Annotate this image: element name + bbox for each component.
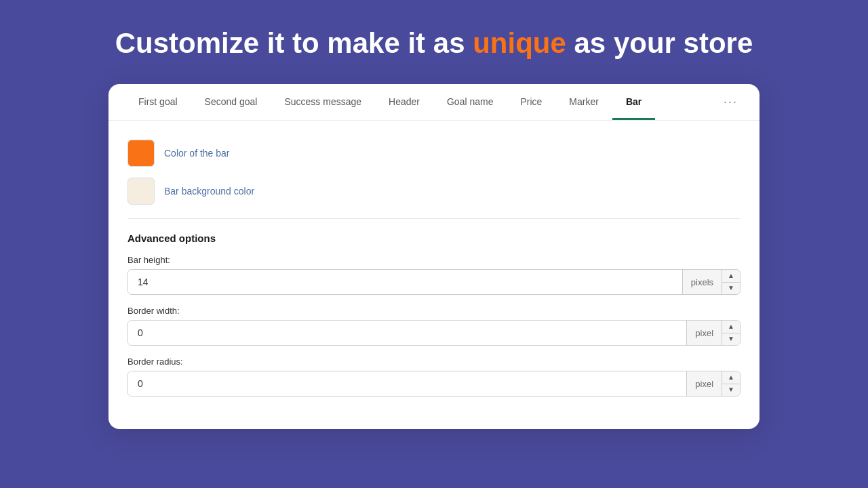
- tab-success-message[interactable]: Success message: [271, 84, 375, 120]
- tab-bar[interactable]: Bar: [612, 84, 655, 120]
- tab-price[interactable]: Price: [507, 84, 555, 120]
- bar-color-row: Color of the bar: [127, 140, 741, 167]
- border-width-unit: pixel: [686, 321, 722, 345]
- tab-second-goal[interactable]: Second goal: [191, 84, 271, 120]
- page-headline: Customize it to make it as unique as you…: [41, 27, 827, 60]
- card-body: Color of the bar Bar background color Ad…: [108, 121, 760, 429]
- border-radius-input[interactable]: [128, 371, 686, 396]
- border-width-increment[interactable]: ▲: [722, 321, 740, 333]
- bar-color-swatch[interactable]: [127, 140, 155, 167]
- tab-more-button[interactable]: ···: [718, 84, 743, 120]
- border-width-decrement[interactable]: ▼: [722, 333, 740, 346]
- bar-height-unit: pixels: [682, 270, 722, 294]
- section-divider: [127, 218, 741, 219]
- tab-bar: First goal Second goal Success message H…: [108, 84, 760, 121]
- headline-prefix: Customize it to make it as: [115, 27, 473, 59]
- bar-color-label[interactable]: Color of the bar: [164, 148, 230, 159]
- border-radius-input-group: pixel ▲ ▼: [127, 371, 741, 396]
- border-width-label: Border width:: [127, 306, 741, 316]
- settings-card: First goal Second goal Success message H…: [108, 84, 760, 429]
- tab-first-goal[interactable]: First goal: [125, 84, 191, 120]
- tab-goal-name[interactable]: Goal name: [433, 84, 507, 120]
- border-radius-unit: pixel: [686, 371, 722, 396]
- bar-height-increment[interactable]: ▲: [722, 270, 740, 283]
- bar-height-label: Bar height:: [127, 255, 741, 265]
- border-radius-label: Border radius:: [127, 357, 741, 367]
- advanced-options-title: Advanced options: [127, 232, 741, 244]
- border-radius-spinner: ▲ ▼: [722, 371, 740, 396]
- border-radius-decrement[interactable]: ▼: [722, 384, 740, 396]
- border-width-spinner: ▲ ▼: [722, 321, 740, 345]
- border-radius-increment[interactable]: ▲: [722, 371, 740, 384]
- headline-highlight: unique: [473, 27, 566, 59]
- bar-height-input-group: pixels ▲ ▼: [127, 269, 741, 295]
- headline-suffix: as your store: [566, 27, 753, 59]
- bar-bg-color-label[interactable]: Bar background color: [164, 186, 254, 197]
- border-width-input[interactable]: [128, 321, 686, 345]
- border-width-input-group: pixel ▲ ▼: [127, 320, 741, 346]
- bar-bg-color-swatch[interactable]: [127, 178, 155, 205]
- bar-height-spinner: ▲ ▼: [722, 270, 740, 294]
- tab-marker[interactable]: Marker: [555, 84, 612, 120]
- bar-bg-color-row: Bar background color: [127, 178, 741, 205]
- bar-height-input[interactable]: [128, 270, 682, 294]
- tab-header[interactable]: Header: [375, 84, 433, 120]
- bar-height-decrement[interactable]: ▼: [722, 283, 740, 295]
